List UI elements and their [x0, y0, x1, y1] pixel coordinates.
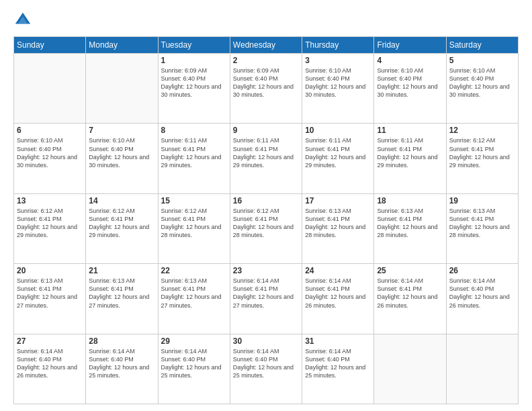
calendar-cell: 1Sunrise: 6:09 AM Sunset: 6:40 PM Daylig… [158, 54, 230, 124]
day-number: 13 [17, 196, 83, 205]
calendar-day-header: Thursday [302, 37, 374, 54]
day-detail: Sunrise: 6:12 AM Sunset: 6:41 PM Dayligh… [161, 207, 227, 240]
day-detail: Sunrise: 6:09 AM Sunset: 6:40 PM Dayligh… [161, 66, 227, 99]
day-detail: Sunrise: 6:10 AM Sunset: 6:40 PM Dayligh… [305, 66, 371, 99]
calendar-day-header: Tuesday [158, 37, 230, 54]
calendar-cell: 8Sunrise: 6:11 AM Sunset: 6:41 PM Daylig… [158, 124, 230, 193]
day-detail: Sunrise: 6:10 AM Sunset: 6:40 PM Dayligh… [449, 66, 515, 99]
calendar-day-header: Saturday [446, 37, 518, 54]
day-detail: Sunrise: 6:10 AM Sunset: 6:40 PM Dayligh… [377, 66, 443, 99]
logo-icon [13, 11, 32, 30]
calendar-cell: 23Sunrise: 6:14 AM Sunset: 6:41 PM Dayli… [230, 264, 302, 334]
day-detail: Sunrise: 6:14 AM Sunset: 6:40 PM Dayligh… [161, 347, 227, 380]
calendar-day-header: Friday [374, 37, 446, 54]
calendar-week-row: 1Sunrise: 6:09 AM Sunset: 6:40 PM Daylig… [14, 54, 519, 124]
day-detail: Sunrise: 6:13 AM Sunset: 6:41 PM Dayligh… [161, 277, 227, 310]
calendar-cell: 7Sunrise: 6:10 AM Sunset: 6:40 PM Daylig… [86, 124, 158, 193]
calendar-cell: 6Sunrise: 6:10 AM Sunset: 6:40 PM Daylig… [14, 124, 86, 193]
day-number: 25 [377, 266, 443, 275]
calendar-week-row: 13Sunrise: 6:12 AM Sunset: 6:41 PM Dayli… [14, 193, 519, 263]
day-detail: Sunrise: 6:13 AM Sunset: 6:41 PM Dayligh… [449, 207, 515, 240]
day-number: 6 [17, 126, 83, 135]
calendar-cell: 2Sunrise: 6:09 AM Sunset: 6:40 PM Daylig… [230, 54, 302, 124]
day-detail: Sunrise: 6:14 AM Sunset: 6:40 PM Dayligh… [305, 347, 371, 380]
day-number: 17 [305, 196, 371, 205]
day-number: 20 [17, 266, 83, 275]
calendar-day-header: Wednesday [230, 37, 302, 54]
day-detail: Sunrise: 6:13 AM Sunset: 6:41 PM Dayligh… [305, 207, 371, 240]
calendar-cell: 27Sunrise: 6:14 AM Sunset: 6:40 PM Dayli… [14, 334, 86, 404]
day-number: 26 [449, 266, 515, 275]
calendar-cell: 30Sunrise: 6:14 AM Sunset: 6:40 PM Dayli… [230, 334, 302, 404]
day-detail: Sunrise: 6:14 AM Sunset: 6:40 PM Dayligh… [449, 277, 515, 310]
day-number: 1 [161, 56, 227, 65]
day-number: 16 [233, 196, 299, 205]
calendar-day-header: Monday [86, 37, 158, 54]
calendar-day-header: Sunday [14, 37, 86, 54]
calendar-cell: 9Sunrise: 6:11 AM Sunset: 6:41 PM Daylig… [230, 124, 302, 193]
day-detail: Sunrise: 6:12 AM Sunset: 6:41 PM Dayligh… [449, 136, 515, 169]
day-detail: Sunrise: 6:13 AM Sunset: 6:41 PM Dayligh… [89, 277, 154, 310]
day-number: 3 [305, 56, 371, 65]
day-number: 30 [233, 336, 299, 346]
day-detail: Sunrise: 6:13 AM Sunset: 6:41 PM Dayligh… [377, 207, 443, 240]
day-number: 21 [89, 266, 154, 275]
calendar-cell: 26Sunrise: 6:14 AM Sunset: 6:40 PM Dayli… [446, 264, 518, 334]
calendar-cell: 5Sunrise: 6:10 AM Sunset: 6:40 PM Daylig… [446, 54, 518, 124]
day-detail: Sunrise: 6:12 AM Sunset: 6:41 PM Dayligh… [17, 207, 83, 240]
day-number: 27 [17, 336, 83, 346]
page: SundayMondayTuesdayWednesdayThursdayFrid… [0, 0, 532, 411]
calendar-table: SundayMondayTuesdayWednesdayThursdayFrid… [13, 36, 519, 404]
calendar-cell: 29Sunrise: 6:14 AM Sunset: 6:40 PM Dayli… [158, 334, 230, 404]
day-number: 23 [233, 266, 299, 275]
calendar-cell: 4Sunrise: 6:10 AM Sunset: 6:40 PM Daylig… [374, 54, 446, 124]
calendar-cell [446, 334, 518, 404]
calendar-cell: 16Sunrise: 6:12 AM Sunset: 6:41 PM Dayli… [230, 193, 302, 263]
day-number: 4 [377, 56, 443, 65]
day-number: 15 [161, 196, 227, 205]
day-number: 2 [233, 56, 299, 65]
calendar-cell: 3Sunrise: 6:10 AM Sunset: 6:40 PM Daylig… [302, 54, 374, 124]
day-detail: Sunrise: 6:10 AM Sunset: 6:40 PM Dayligh… [17, 136, 83, 169]
calendar-cell: 20Sunrise: 6:13 AM Sunset: 6:41 PM Dayli… [14, 264, 86, 334]
calendar-cell: 18Sunrise: 6:13 AM Sunset: 6:41 PM Dayli… [374, 193, 446, 263]
day-number: 24 [305, 266, 371, 275]
day-detail: Sunrise: 6:11 AM Sunset: 6:41 PM Dayligh… [233, 136, 299, 169]
day-number: 19 [449, 196, 515, 205]
calendar-cell [86, 54, 158, 124]
day-number: 8 [161, 126, 227, 135]
day-number: 10 [305, 126, 371, 135]
day-number: 31 [305, 336, 371, 346]
header [13, 11, 519, 30]
calendar-cell: 21Sunrise: 6:13 AM Sunset: 6:41 PM Dayli… [86, 264, 158, 334]
day-number: 7 [89, 126, 154, 135]
day-detail: Sunrise: 6:09 AM Sunset: 6:40 PM Dayligh… [233, 66, 299, 99]
day-number: 5 [449, 56, 515, 65]
calendar-cell: 15Sunrise: 6:12 AM Sunset: 6:41 PM Dayli… [158, 193, 230, 263]
calendar-cell: 14Sunrise: 6:12 AM Sunset: 6:41 PM Dayli… [86, 193, 158, 263]
day-number: 9 [233, 126, 299, 135]
calendar-cell: 11Sunrise: 6:11 AM Sunset: 6:41 PM Dayli… [374, 124, 446, 193]
calendar-cell: 17Sunrise: 6:13 AM Sunset: 6:41 PM Dayli… [302, 193, 374, 263]
day-detail: Sunrise: 6:14 AM Sunset: 6:41 PM Dayligh… [233, 277, 299, 310]
day-number: 28 [89, 336, 154, 346]
day-number: 14 [89, 196, 154, 205]
day-number: 12 [449, 126, 515, 135]
day-detail: Sunrise: 6:14 AM Sunset: 6:41 PM Dayligh… [377, 277, 443, 310]
day-number: 29 [161, 336, 227, 346]
day-detail: Sunrise: 6:10 AM Sunset: 6:40 PM Dayligh… [89, 136, 154, 169]
day-detail: Sunrise: 6:13 AM Sunset: 6:41 PM Dayligh… [17, 277, 83, 310]
day-detail: Sunrise: 6:12 AM Sunset: 6:41 PM Dayligh… [89, 207, 154, 240]
day-detail: Sunrise: 6:14 AM Sunset: 6:40 PM Dayligh… [89, 347, 154, 380]
calendar-cell: 19Sunrise: 6:13 AM Sunset: 6:41 PM Dayli… [446, 193, 518, 263]
logo [13, 11, 35, 30]
calendar-cell: 25Sunrise: 6:14 AM Sunset: 6:41 PM Dayli… [374, 264, 446, 334]
calendar-cell [374, 334, 446, 404]
calendar-cell: 24Sunrise: 6:14 AM Sunset: 6:41 PM Dayli… [302, 264, 374, 334]
calendar-week-row: 20Sunrise: 6:13 AM Sunset: 6:41 PM Dayli… [14, 264, 519, 334]
calendar-cell: 28Sunrise: 6:14 AM Sunset: 6:40 PM Dayli… [86, 334, 158, 404]
calendar-cell: 13Sunrise: 6:12 AM Sunset: 6:41 PM Dayli… [14, 193, 86, 263]
calendar-cell: 12Sunrise: 6:12 AM Sunset: 6:41 PM Dayli… [446, 124, 518, 193]
calendar-week-row: 6Sunrise: 6:10 AM Sunset: 6:40 PM Daylig… [14, 124, 519, 193]
calendar-cell: 22Sunrise: 6:13 AM Sunset: 6:41 PM Dayli… [158, 264, 230, 334]
